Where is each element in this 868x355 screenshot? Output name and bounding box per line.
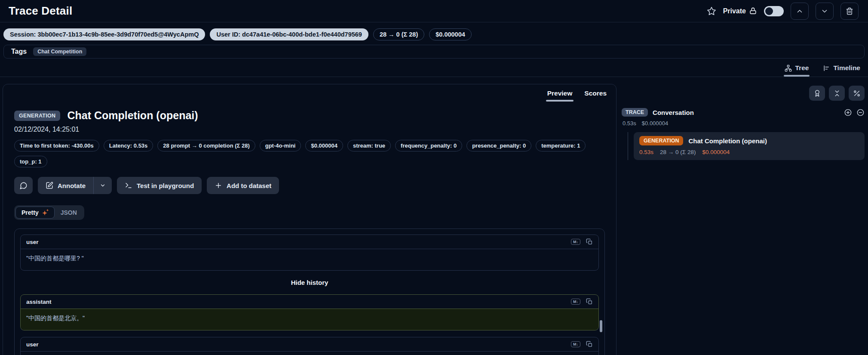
dataset-label: Add to dataset xyxy=(227,182,271,189)
tab-preview[interactable]: Preview xyxy=(547,84,573,102)
trace-tree-panel: TRACE Conversation 0.53s $0.000004 GENER… xyxy=(621,84,868,355)
scores-toggle-button[interactable] xyxy=(809,86,825,101)
message-header-icons: M↓ xyxy=(571,298,593,305)
chevron-down-icon xyxy=(100,182,106,188)
message-header: userM↓ xyxy=(21,235,598,249)
cost-badge: $0.000004 xyxy=(429,28,472,40)
tab-tree-label: Tree xyxy=(795,64,809,72)
meta-badge: top_p: 1 xyxy=(14,156,47,167)
observation-type-badge: GENERATION xyxy=(14,111,60,121)
circle-plus-icon[interactable] xyxy=(844,108,852,117)
tag-chip[interactable]: Chat Competition xyxy=(33,47,86,56)
observation-card: Preview Scores GENERATION Chat Completio… xyxy=(3,84,616,355)
trace-metrics: 0.53s $0.000004 xyxy=(623,120,865,127)
plus-icon xyxy=(215,182,222,189)
action-buttons: Annotate Test in playground xyxy=(14,177,605,194)
chevrons-down-up-icon xyxy=(833,90,841,97)
messages-list: userM↓"中国的首都是哪里? "Hide historyassistantM… xyxy=(20,235,599,355)
observation-title: Chat Completion (openai) xyxy=(67,109,198,122)
visibility-control: Private xyxy=(723,7,757,15)
pretty-label: Pretty xyxy=(21,209,39,216)
message-header: userM↓ xyxy=(21,337,598,352)
add-to-dataset-button[interactable]: Add to dataset xyxy=(207,177,279,194)
copy-icon[interactable] xyxy=(586,341,593,348)
trace-cost: $0.000004 xyxy=(642,120,668,127)
format-toggle: Pretty JSON xyxy=(14,205,84,220)
tab-scores[interactable]: Scores xyxy=(584,84,607,102)
user-id-badge[interactable]: User ID: dc47a41e-06bc-400d-bde1-f0e440d… xyxy=(210,28,368,40)
message-header-icons: M↓ xyxy=(571,341,593,348)
lock-icon xyxy=(749,7,757,15)
copy-icon[interactable] xyxy=(586,298,593,305)
annotate-label: Annotate xyxy=(58,182,86,189)
scrollbar-thumb[interactable] xyxy=(600,320,602,332)
comments-button[interactable] xyxy=(14,177,33,194)
trace-root-row[interactable]: TRACE Conversation xyxy=(622,108,865,117)
markdown-toggle-icon[interactable]: M↓ xyxy=(571,239,580,245)
tags-list: Chat Competition xyxy=(33,47,86,56)
trace-name: Conversation xyxy=(653,109,694,116)
message-header: assistantM↓ xyxy=(21,295,598,309)
copy-icon[interactable] xyxy=(586,238,593,245)
bookmark-star-icon[interactable] xyxy=(707,6,716,16)
previous-trace-button[interactable] xyxy=(791,3,809,20)
hide-history-button[interactable]: Hide history xyxy=(20,279,599,286)
message-block: assistantM↓"中国的首都是北京。" xyxy=(20,294,599,330)
observation-timestamp: 02/12/2024, 14:25:01 xyxy=(14,126,605,133)
annotate-button[interactable]: Annotate xyxy=(38,177,93,194)
collapse-all-button[interactable] xyxy=(829,86,845,101)
meta-badge: gpt-4o-mini xyxy=(260,140,301,151)
markdown-toggle-icon[interactable]: M↓ xyxy=(571,299,580,305)
toggle-knob xyxy=(765,7,773,15)
sparkles-icon xyxy=(42,209,49,216)
annotate-split-button: Annotate xyxy=(38,177,112,194)
tree-children: GENERATION Chat Completion (openai) 0.53… xyxy=(628,132,865,160)
generation-node-title: Chat Completion (openai) xyxy=(688,137,767,145)
public-toggle[interactable] xyxy=(764,6,784,16)
metrics-toggle-button[interactable] xyxy=(849,86,865,101)
pen-square-icon xyxy=(46,182,53,189)
tab-tree[interactable]: Tree xyxy=(785,64,809,77)
message-content: "中国的首都是北京。" xyxy=(21,309,598,330)
tree-toolbar xyxy=(622,86,865,101)
generation-node-metrics: 0.53s 28 → 0 (Σ 28) $0.000004 xyxy=(639,149,859,155)
meta-badge: Time to first token: -430.00s xyxy=(14,140,99,151)
annotate-dropdown-button[interactable] xyxy=(94,177,112,194)
top-bar-actions: Private xyxy=(707,3,859,20)
meta-badges: Time to first token: -430.00sLatency: 0.… xyxy=(14,140,605,167)
message-block: userM↓"谢谢" xyxy=(20,337,599,355)
top-bar: Trace Detail Private xyxy=(0,0,868,22)
test-in-playground-button[interactable]: Test in playground xyxy=(117,177,202,194)
message-header-icons: M↓ xyxy=(571,238,593,245)
meta-badge: presence_penalty: 0 xyxy=(466,140,531,151)
message-role: assistant xyxy=(26,299,52,305)
observation-header: GENERATION Chat Completion (openai) xyxy=(14,109,605,122)
trace-meta-row: Session: 3bb00ec7-1b13-4c9b-85ee-3d9d70f… xyxy=(0,22,868,40)
messages-container: userM↓"中国的首都是哪里? "Hide historyassistantM… xyxy=(14,228,605,355)
message-role: user xyxy=(26,239,39,245)
json-toggle[interactable]: JSON xyxy=(55,207,83,219)
generation-node-header: GENERATION Chat Completion (openai) xyxy=(639,136,859,145)
markdown-toggle-icon[interactable]: M↓ xyxy=(571,341,580,347)
meta-badge: frequency_penalty: 0 xyxy=(395,140,462,151)
circle-minus-icon[interactable] xyxy=(856,108,865,117)
pretty-toggle[interactable]: Pretty xyxy=(15,207,55,219)
timeline-icon xyxy=(822,65,830,72)
panel-tabs: Preview Scores xyxy=(547,84,607,102)
meta-badge: temperature: 1 xyxy=(536,140,586,151)
tags-box[interactable]: Tags Chat Competition xyxy=(3,45,865,59)
view-tabs: Tree Timeline xyxy=(0,59,868,77)
generation-node[interactable]: GENERATION Chat Completion (openai) 0.53… xyxy=(634,132,865,160)
meta-badge: $0.000004 xyxy=(305,140,343,151)
meta-badge: stream: true xyxy=(347,140,391,151)
award-icon xyxy=(813,90,821,97)
delete-trace-button[interactable] xyxy=(840,3,859,20)
session-badge[interactable]: Session: 3bb00ec7-1b13-4c9b-85ee-3d9d70f… xyxy=(3,28,205,40)
tab-timeline[interactable]: Timeline xyxy=(822,64,860,77)
tree-expand-controls xyxy=(844,108,865,117)
tree-icon xyxy=(785,65,792,72)
next-trace-button[interactable] xyxy=(816,3,834,20)
page-title: Trace Detail xyxy=(9,4,72,18)
generation-type-badge: GENERATION xyxy=(639,136,683,145)
tab-timeline-label: Timeline xyxy=(833,64,860,72)
